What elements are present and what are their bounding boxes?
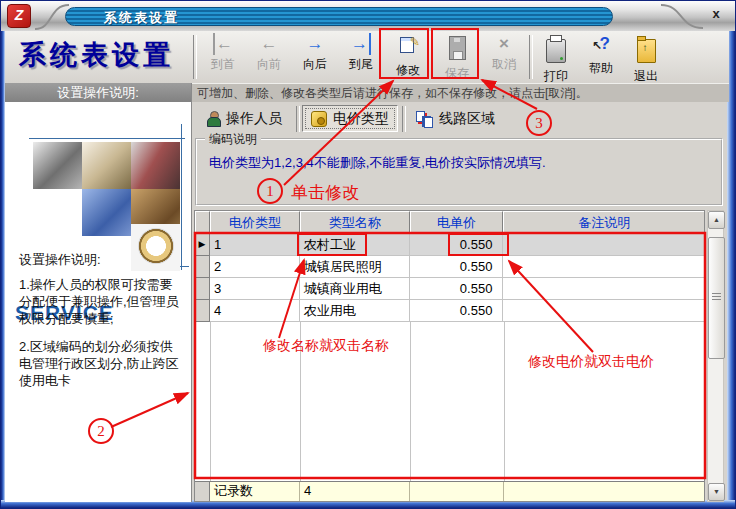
app-logo-icon: Z [7, 4, 31, 28]
photo-tile-watch [131, 224, 180, 271]
tab-separator [402, 106, 406, 132]
tab-line-areas[interactable]: 线路区域 [408, 105, 503, 132]
cell-type[interactable]: 1 [210, 234, 300, 256]
column-header-price-type: 电价类型 [210, 211, 300, 234]
person-icon [207, 111, 220, 127]
exit-folder-icon [637, 39, 656, 63]
floppy-icon [449, 36, 466, 60]
toolbar-button-help[interactable]: ↖? 帮助 [579, 33, 623, 80]
header-band: 系统表设置 ← 到首 ← 向前 → 向后 → 到尾 ✎ 修改 保存 × 取消 [5, 31, 729, 84]
sidebar: 设置操作说明: SERVICE 设置操作说明: 1.操作人员的权限可按需要分配便… [5, 83, 192, 502]
cell-name[interactable]: 城镇居民照明 [300, 256, 410, 278]
column-header-unit-price: 电单价 [410, 211, 504, 234]
sidebar-note-2: 2.区域编码的划分必须按供电管理行政区划分,防止跨区使用电卡 [19, 338, 183, 389]
tab-separator [296, 106, 300, 132]
table-row[interactable]: 2 城镇居民照明 0.550 [195, 256, 704, 278]
toolbar-button-exit[interactable]: 退出 [624, 33, 668, 80]
record-count-value: 4 [300, 482, 410, 501]
sidebar-note-title: 设置操作说明: [19, 251, 101, 269]
header-separator [193, 35, 197, 79]
photo-tile-tools [33, 142, 82, 189]
cell-note[interactable] [503, 300, 704, 322]
cell-note[interactable] [503, 234, 704, 256]
scrollbar-thumb[interactable] [708, 237, 725, 359]
cell-name[interactable]: 城镇商业用电 [300, 278, 410, 300]
toolbar-button-next[interactable]: → 向后 [293, 33, 337, 80]
scroll-down-icon[interactable]: ▼ [708, 483, 725, 501]
toolbar-button-last[interactable]: → 到尾 [339, 33, 383, 80]
photo-tile-instruments [131, 142, 180, 189]
toolbar-button-prev[interactable]: ← 向前 [247, 33, 291, 80]
toolbar-button-modify[interactable]: ✎ 修改 [386, 33, 430, 80]
tab-price-types[interactable]: 电价类型 [302, 105, 398, 132]
scroll-up-icon[interactable]: ▲ [708, 211, 725, 229]
cell-price[interactable]: 0.550 [410, 278, 504, 300]
tab-operators[interactable]: 操作人员 [199, 105, 290, 132]
coin-icon [311, 111, 327, 127]
table-empty-area [195, 322, 704, 483]
photo-tile-pen [82, 142, 131, 189]
first-arrow-icon: ← [213, 33, 233, 55]
table-row[interactable]: 3 城镇商业用电 0.550 [195, 278, 704, 300]
tabbar: 操作人员 电价类型 线路区域 [192, 102, 729, 136]
scrollbar-grip [712, 293, 721, 302]
cell-price[interactable]: 0.550 [410, 300, 504, 322]
close-icon[interactable]: x [708, 6, 724, 22]
titlebar: Z 系统表设置 x [1, 1, 736, 32]
column-header-note: 备注说明 [503, 211, 704, 234]
vertical-scrollbar[interactable]: ▲ ▼ [707, 210, 724, 502]
printer-icon [546, 39, 566, 63]
cell-name[interactable]: 农业用电 [300, 300, 410, 322]
cell-note[interactable] [503, 256, 704, 278]
sidebar-header: 设置操作说明: [5, 83, 191, 102]
help-cursor-icon: ↖? [592, 33, 610, 55]
groupbox-title: 编码说明 [205, 131, 261, 148]
last-arrow-icon: → [351, 33, 371, 55]
table-header-row: 电价类型 类型名称 电单价 备注说明 [195, 211, 704, 234]
cell-price[interactable]: 0.550 [410, 256, 504, 278]
copy-pages-icon [416, 111, 433, 127]
toolbar-button-print[interactable]: 打印 [534, 33, 578, 80]
cell-type[interactable]: 3 [210, 278, 300, 300]
photo-tile-keyboard [82, 189, 131, 236]
table-footer-row: 记录数 4 [195, 481, 704, 501]
prev-arrow-icon: ← [261, 33, 278, 55]
toolbar-button-first[interactable]: ← 到首 [201, 33, 245, 80]
hint-bar: 可增加、删除、修改各类型后请进行保存，如不保存修改，请点击[取消]。 [192, 83, 729, 102]
cell-name[interactable]: 农村工业 [300, 234, 410, 256]
price-type-table: 电价类型 类型名称 电单价 备注说明 ▶ 1 农村工业 0.550 2 城镇居民… [194, 210, 705, 502]
edit-doc-icon: ✎ [400, 35, 416, 57]
table-row[interactable]: ▶ 1 农村工业 0.550 [195, 234, 704, 256]
window-title: 系统表设置 [65, 7, 613, 26]
cancel-x-icon: × [499, 33, 509, 55]
cell-price[interactable]: 0.550 [410, 234, 504, 256]
cell-type[interactable]: 4 [210, 300, 300, 322]
table-row[interactable]: 4 农业用电 0.550 [195, 300, 704, 322]
encoding-groupbox: 编码说明 电价类型为1,2,3,4不能删除,不能重复,电价按实际情况填写. [195, 138, 723, 206]
toolbar-separator [529, 35, 533, 79]
row-marker: ▶ [195, 234, 210, 256]
sidebar-note-1: 1.操作人员的权限可按需要分配便于兼职操作,但管理员权限分配要慎重; [19, 276, 183, 327]
toolbar-button-save[interactable]: 保存 [435, 33, 479, 80]
cell-type[interactable]: 2 [210, 256, 300, 278]
cell-note[interactable] [503, 278, 704, 300]
groupbox-note: 电价类型为1,2,3,4不能删除,不能重复,电价按实际情况填写. [209, 154, 546, 172]
record-count-label: 记录数 [210, 482, 300, 501]
toolbar-button-cancel[interactable]: × 取消 [482, 33, 526, 80]
app-window: Z 系统表设置 x 系统表设置 ← 到首 ← 向前 → 向后 → 到尾 ✎ 修改 [0, 0, 736, 509]
column-header-type-name: 类型名称 [300, 211, 410, 234]
next-arrow-icon: → [307, 33, 324, 55]
page-title: 系统表设置 [19, 37, 174, 73]
